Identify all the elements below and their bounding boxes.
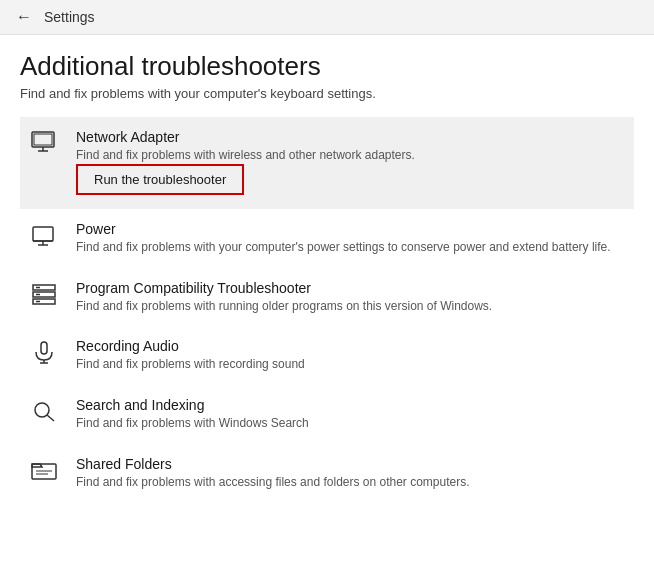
network-adapter-icon <box>28 131 60 155</box>
back-button[interactable]: ← <box>16 8 32 26</box>
folder-title: Shared Folders <box>76 456 626 472</box>
program-description: Find and fix problems with running older… <box>76 298 626 315</box>
top-bar: ← Settings <box>0 0 654 35</box>
svg-point-17 <box>35 403 49 417</box>
search-text: Search and Indexing Find and fix problem… <box>76 397 626 432</box>
network-adapter-title: Network Adapter <box>76 129 626 145</box>
program-text: Program Compatibility Troubleshooter Fin… <box>76 280 626 315</box>
troubleshooter-item-network-adapter[interactable]: Network Adapter Find and fix problems wi… <box>20 117 634 164</box>
power-text: Power Find and fix problems with your co… <box>76 221 626 256</box>
troubleshooter-item-search[interactable]: Search and Indexing Find and fix problem… <box>20 385 634 444</box>
svg-rect-14 <box>41 342 47 354</box>
troubleshooter-item-folder[interactable]: Shared Folders Find and fix problems wit… <box>20 444 634 503</box>
troubleshooter-item-power[interactable]: Power Find and fix problems with your co… <box>20 209 634 268</box>
troubleshooter-item-program[interactable]: Program Compatibility Troubleshooter Fin… <box>20 268 634 327</box>
page-title: Additional troubleshooters <box>20 51 634 82</box>
network-adapter-expanded: Run the troubleshooter <box>20 164 634 209</box>
svg-line-18 <box>47 415 54 421</box>
power-icon <box>28 223 60 247</box>
network-adapter-text: Network Adapter Find and fix problems wi… <box>76 129 626 164</box>
audio-icon <box>28 340 60 364</box>
main-content: Additional troubleshooters Find and fix … <box>0 35 654 567</box>
search-description: Find and fix problems with Windows Searc… <box>76 415 626 432</box>
folder-description: Find and fix problems with accessing fil… <box>76 474 626 491</box>
program-icon <box>28 282 60 306</box>
network-adapter-description: Find and fix problems with wireless and … <box>76 147 626 164</box>
audio-text: Recording Audio Find and fix problems wi… <box>76 338 626 373</box>
svg-rect-4 <box>33 227 53 241</box>
run-troubleshooter-button[interactable]: Run the troubleshooter <box>76 164 244 195</box>
page-subtitle: Find and fix problems with your computer… <box>20 86 634 101</box>
audio-title: Recording Audio <box>76 338 626 354</box>
audio-description: Find and fix problems with recording sou… <box>76 356 626 373</box>
settings-label: Settings <box>44 9 95 25</box>
folder-text: Shared Folders Find and fix problems wit… <box>76 456 626 491</box>
troubleshooter-item-audio[interactable]: Recording Audio Find and fix problems wi… <box>20 326 634 385</box>
program-title: Program Compatibility Troubleshooter <box>76 280 626 296</box>
folder-icon <box>28 458 60 482</box>
search-icon <box>28 399 60 423</box>
power-title: Power <box>76 221 626 237</box>
power-description: Find and fix problems with your computer… <box>76 239 626 256</box>
svg-rect-1 <box>34 134 52 145</box>
search-title: Search and Indexing <box>76 397 626 413</box>
